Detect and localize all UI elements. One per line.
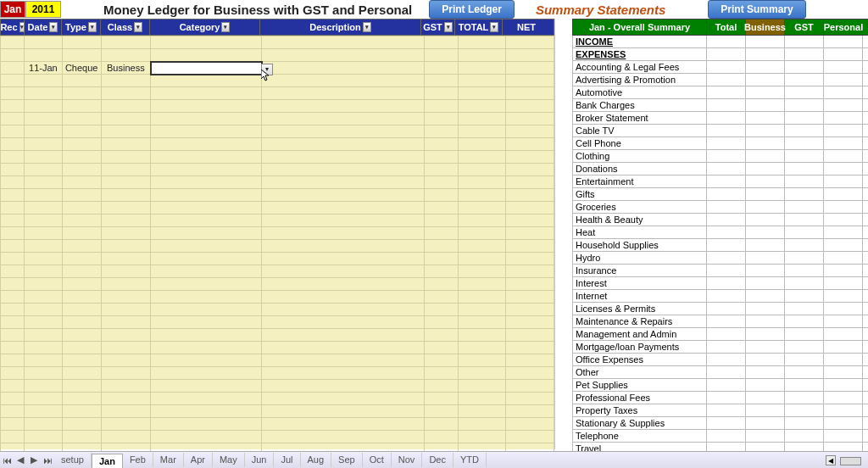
ledger-cell[interactable] [151,278,262,291]
table-row[interactable] [1,75,554,87]
ledger-cell[interactable] [62,176,101,189]
summary-cell[interactable] [824,150,863,162]
filter-dropdown-icon[interactable]: ▾ [49,22,58,32]
summary-cell[interactable] [785,315,824,327]
col-total-header[interactable]: TOTAL▾ [455,20,503,35]
ledger-cell[interactable] [25,253,62,265]
summary-cell[interactable] [746,226,785,238]
sheet-tab-mar[interactable]: Mar [153,453,184,467]
ledger-cell[interactable] [424,342,458,354]
col-description-header[interactable]: Description▾ [260,20,421,35]
ledger-cell[interactable] [1,418,25,431]
ledger-cell[interactable] [25,291,62,304]
ledger-cell[interactable] [424,329,458,342]
filter-dropdown-icon[interactable]: ▾ [490,22,498,32]
ledger-cell[interactable] [1,354,25,367]
ledger-cell[interactable] [1,138,25,151]
ledger-cell[interactable] [151,176,262,189]
ledger-cell[interactable] [101,342,150,354]
ledger-cell[interactable] [151,49,262,62]
ledger-cell[interactable] [424,214,458,227]
summary-cell[interactable] [785,265,824,276]
summary-cell[interactable] [824,125,863,136]
ledger-cell[interactable] [459,291,506,304]
summary-row[interactable]: Stationary & Supplies [572,417,868,430]
ledger-cell[interactable] [424,278,458,291]
cell-type[interactable]: Cheque [62,62,101,75]
summary-row[interactable]: Insurance [572,265,868,277]
summary-cell[interactable] [785,112,824,124]
ledger-cell[interactable] [101,176,150,189]
ledger-cell[interactable] [262,405,424,418]
ledger-cell[interactable] [1,75,25,87]
ledger-cell[interactable] [424,418,458,431]
summary-row[interactable]: Entertainment [572,176,868,188]
ledger-cell[interactable] [262,253,424,265]
ledger-cell[interactable] [424,138,458,151]
summary-cell[interactable] [785,226,824,238]
ledger-cell[interactable] [262,304,424,316]
ledger-cell[interactable] [25,265,62,278]
summary-cell[interactable] [824,341,863,353]
col-class-header[interactable]: Class▾ [101,20,150,35]
ledger-cell[interactable] [151,125,262,138]
month-cell[interactable]: Jan [0,1,25,18]
summary-cell[interactable] [746,379,785,391]
ledger-cell[interactable] [151,380,262,393]
ledger-cell[interactable] [101,304,150,316]
ledger-cell[interactable] [1,49,25,62]
ledger-cell[interactable] [459,393,506,405]
ledger-cell[interactable] [262,393,424,405]
summary-cell[interactable] [707,239,746,251]
ledger-cell[interactable] [262,202,424,214]
ledger-cell[interactable] [101,189,150,202]
year-cell[interactable]: 2011 [25,1,61,18]
table-row[interactable] [1,138,554,151]
ledger-cell[interactable] [424,189,458,202]
summary-cell[interactable] [746,430,785,442]
ledger-cell[interactable] [151,202,262,214]
ledger-cell[interactable] [62,227,101,240]
table-row[interactable] [1,36,554,49]
ledger-cell[interactable] [424,87,458,100]
ledger-cell[interactable] [262,329,424,342]
ledger-cell[interactable] [101,49,150,62]
ledger-cell[interactable] [424,393,458,405]
ledger-cell[interactable] [101,265,150,278]
ledger-cell[interactable] [62,278,101,291]
summary-cell[interactable] [707,354,746,365]
ledger-cell[interactable] [424,36,458,49]
ledger-cell[interactable] [25,49,62,62]
ledger-cell[interactable] [459,75,506,87]
ledger-cell[interactable] [1,316,25,329]
sheet-tab-dec[interactable]: Dec [422,453,453,467]
table-row[interactable] [1,278,554,291]
ledger-cell[interactable] [25,202,62,214]
ledger-cell[interactable] [62,100,101,113]
ledger-cell[interactable] [25,189,62,202]
ledger-cell[interactable] [101,100,150,113]
tab-nav-first-icon[interactable]: ⏮ [0,454,14,467]
ledger-cell[interactable] [62,265,101,278]
ledger-cell[interactable] [506,151,554,164]
tab-nav-prev-icon[interactable]: ◀ [14,454,27,467]
summary-cell[interactable] [746,163,785,175]
ledger-cell[interactable] [151,87,262,100]
summary-cell[interactable] [707,265,746,276]
ledger-cell[interactable] [1,36,25,49]
filter-dropdown-icon[interactable]: ▾ [88,22,97,32]
ledger-cell[interactable] [424,176,458,189]
ledger-cell[interactable] [506,75,554,87]
sheet-tab-feb[interactable]: Feb [123,453,153,467]
ledger-cell[interactable] [262,240,424,253]
ledger-cell[interactable] [424,354,458,367]
table-row[interactable] [1,151,554,164]
summary-cell[interactable] [746,392,785,404]
summary-cell[interactable] [746,61,785,73]
sheet-tab-setup[interactable]: setup [54,453,92,467]
ledger-cell[interactable] [459,431,506,443]
cell-date[interactable]: 11-Jan [25,62,62,75]
ledger-cell[interactable] [25,113,62,125]
ledger-cell[interactable] [101,329,150,342]
ledger-cell[interactable] [101,164,150,176]
